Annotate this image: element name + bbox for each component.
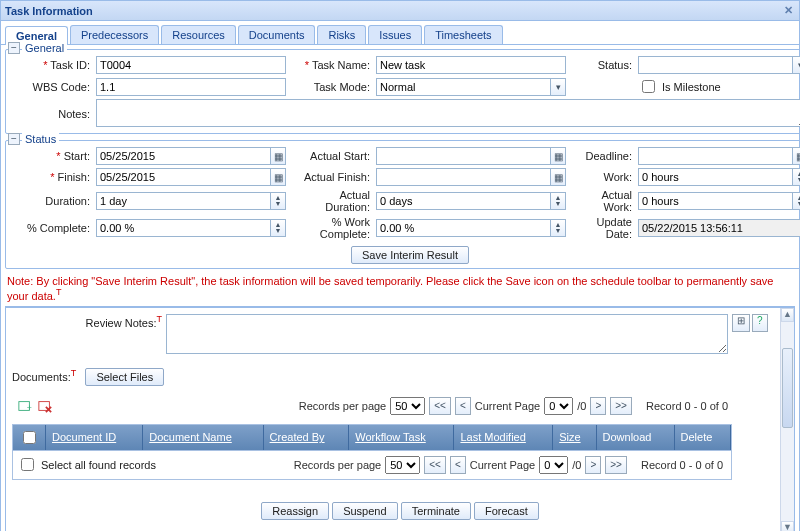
next-page-top[interactable]: > <box>590 397 606 415</box>
finish-date-icon[interactable] <box>270 168 286 186</box>
label-actual-start: Actual Start: <box>292 150 370 162</box>
col-created-by[interactable]: Created By <box>264 425 350 450</box>
next-page-bottom[interactable]: > <box>585 456 601 474</box>
last-page-top[interactable]: >> <box>610 397 632 415</box>
work-spin-icon[interactable]: ▲▼ <box>792 168 800 186</box>
is-milestone-checkbox[interactable] <box>642 80 655 93</box>
col-last-modified[interactable]: Last Modified <box>454 425 553 450</box>
per-page-select-top[interactable]: 50 <box>390 397 425 415</box>
actual-start-date-icon[interactable] <box>550 147 566 165</box>
col-document-id[interactable]: Document ID <box>46 425 143 450</box>
select-files-button[interactable]: Select Files <box>85 368 164 386</box>
actual-finish-date[interactable] <box>376 168 566 186</box>
prev-page-bottom[interactable]: < <box>450 456 466 474</box>
suspend-button[interactable]: Suspend <box>332 502 397 520</box>
duration-spin-icon[interactable]: ▲▼ <box>270 192 286 210</box>
pager-top: Records per page 50 << < Current Page 0 … <box>295 394 732 418</box>
save-interim-button[interactable]: Save Interim Result <box>351 246 469 264</box>
notes-textarea[interactable] <box>96 99 800 127</box>
start-input[interactable] <box>96 147 270 165</box>
start-date[interactable] <box>96 147 286 165</box>
label-finish: Finish: <box>12 171 90 183</box>
label-actual-duration: Actual Duration: <box>292 189 370 213</box>
expand-icon[interactable]: ⊞ <box>732 314 750 332</box>
help-icon[interactable]: ? <box>752 314 768 332</box>
delete-row-icon[interactable] <box>36 397 54 415</box>
actual-work-input[interactable] <box>638 192 792 210</box>
per-page-select-bottom[interactable]: 50 <box>385 456 420 474</box>
pct-complete-input[interactable] <box>96 219 270 237</box>
wbs-code-input[interactable] <box>96 78 286 96</box>
reassign-button[interactable]: Reassign <box>261 502 329 520</box>
first-page-bottom[interactable]: << <box>424 456 446 474</box>
work-input[interactable] <box>638 168 792 186</box>
actual-duration-spin-icon[interactable]: ▲▼ <box>550 192 566 210</box>
tab-issues[interactable]: Issues <box>368 25 422 44</box>
review-notes-textarea[interactable] <box>166 314 728 354</box>
task-mode-input[interactable] <box>376 78 550 96</box>
select-all-found-checkbox[interactable] <box>21 458 34 471</box>
actual-start-input[interactable] <box>376 147 550 165</box>
scrollbar[interactable]: ▲ ▼ <box>780 308 794 531</box>
is-milestone-wrap[interactable]: Is Milestone <box>638 77 800 96</box>
label-update-date: Update Date: <box>572 216 632 240</box>
finish-input[interactable] <box>96 168 270 186</box>
status-drop-icon[interactable] <box>792 56 800 74</box>
last-page-bottom[interactable]: >> <box>605 456 627 474</box>
collapse-status-icon[interactable]: − <box>8 133 20 145</box>
actual-work-spin-icon[interactable]: ▲▼ <box>792 192 800 210</box>
pct-work-complete-spin[interactable]: ▲▼ <box>376 219 566 237</box>
label-documents: Documents:T <box>12 371 76 383</box>
tab-resources[interactable]: Resources <box>161 25 236 44</box>
col-size[interactable]: Size <box>553 425 596 450</box>
col-document-name[interactable]: Document Name <box>143 425 263 450</box>
actual-start-date[interactable] <box>376 147 566 165</box>
add-row-icon[interactable]: + <box>16 397 34 415</box>
scroll-thumb[interactable] <box>782 348 793 428</box>
task-mode-combo[interactable] <box>376 78 566 96</box>
pct-work-complete-input[interactable] <box>376 219 550 237</box>
work-spin[interactable]: ▲▼ <box>638 168 800 186</box>
col-workflow-task[interactable]: Workflow Task <box>349 425 454 450</box>
tab-risks[interactable]: Risks <box>317 25 366 44</box>
collapse-general-icon[interactable]: − <box>8 42 20 54</box>
pct-complete-spin[interactable]: ▲▼ <box>96 219 286 237</box>
task-id-input[interactable] <box>96 56 286 74</box>
label-is-milestone: Is Milestone <box>662 81 721 93</box>
terminate-button[interactable]: Terminate <box>401 502 471 520</box>
forecast-button[interactable]: Forecast <box>474 502 539 520</box>
status-input[interactable] <box>638 56 792 74</box>
pct-work-complete-spin-icon[interactable]: ▲▼ <box>550 219 566 237</box>
actual-duration-spin[interactable]: ▲▼ <box>376 192 566 210</box>
close-icon[interactable]: ✕ <box>781 4 795 18</box>
duration-spin[interactable]: ▲▼ <box>96 192 286 210</box>
tab-predecessors[interactable]: Predecessors <box>70 25 159 44</box>
actual-duration-input[interactable] <box>376 192 550 210</box>
start-date-icon[interactable] <box>270 147 286 165</box>
tab-documents[interactable]: Documents <box>238 25 316 44</box>
task-name-input[interactable] <box>376 56 566 74</box>
finish-date[interactable] <box>96 168 286 186</box>
label-review-notes: Review Notes:T <box>12 314 162 329</box>
actual-finish-date-icon[interactable] <box>550 168 566 186</box>
deadline-date[interactable] <box>638 147 800 165</box>
select-all-header-checkbox[interactable] <box>23 431 36 444</box>
cur-page-select-bottom[interactable]: 0 <box>539 456 568 474</box>
deadline-input[interactable] <box>638 147 792 165</box>
pct-complete-spin-icon[interactable]: ▲▼ <box>270 219 286 237</box>
task-mode-drop-icon[interactable] <box>550 78 566 96</box>
prev-page-top[interactable]: < <box>455 397 471 415</box>
tab-timesheets[interactable]: Timesheets <box>424 25 502 44</box>
status-combo[interactable] <box>638 56 800 74</box>
duration-input[interactable] <box>96 192 270 210</box>
cur-page-select-top[interactable]: 0 <box>544 397 573 415</box>
actual-work-spin[interactable]: ▲▼ <box>638 192 800 210</box>
tab-body: − General Task ID: Task Name: Status: WB… <box>1 45 799 531</box>
deadline-date-icon[interactable] <box>792 147 800 165</box>
first-page-top[interactable]: << <box>429 397 451 415</box>
scroll-up-icon[interactable]: ▲ <box>781 308 794 322</box>
select-all-found[interactable]: Select all found records <box>17 455 156 474</box>
actual-finish-input[interactable] <box>376 168 550 186</box>
scroll-down-icon[interactable]: ▼ <box>781 521 794 531</box>
lower-panel: Review Notes:T ⊞ ? Documents:T Select Fi… <box>5 306 795 531</box>
